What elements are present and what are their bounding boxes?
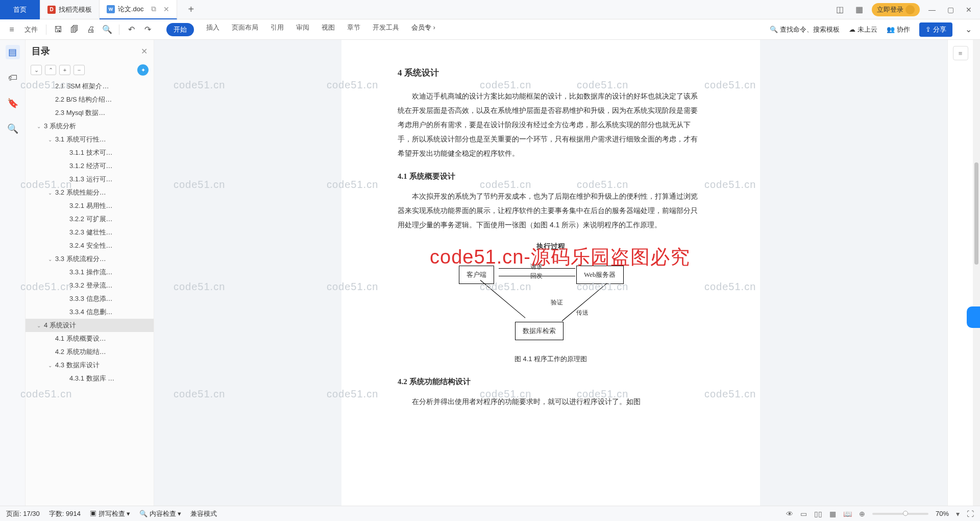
save-icon[interactable]: 🖫 bbox=[52, 23, 65, 36]
spell-check[interactable]: ▣ 拼写检查 ▾ bbox=[90, 509, 130, 518]
feedback-tab[interactable] bbox=[967, 306, 980, 328]
toc-item[interactable]: 3.3.4 信息删… bbox=[26, 305, 154, 319]
page-indicator[interactable]: 页面: 17/30 bbox=[6, 509, 40, 518]
paragraph: 本次拟开发的系统为了节约开发成本，也为了后期在维护和升级上的便利性，打算通过浏览… bbox=[398, 189, 704, 232]
zoom-slider[interactable] bbox=[872, 513, 928, 515]
close-sidebar-icon[interactable]: ✕ bbox=[141, 46, 148, 56]
add-item-icon[interactable]: + bbox=[59, 65, 70, 75]
toc-item[interactable]: 3.3.1 操作流… bbox=[26, 266, 154, 279]
collapse-all-icon[interactable]: ⌄ bbox=[31, 65, 42, 75]
file-menu[interactable]: 文件 bbox=[21, 25, 41, 34]
menu-dev[interactable]: 开发工具 bbox=[373, 23, 399, 36]
page-content: 4 系统设计 欢迪迈手机商城的设计方案比如功能框架的设计，比如数据库的设计的好坏… bbox=[341, 40, 760, 506]
menu-chapter[interactable]: 章节 bbox=[347, 23, 360, 36]
print-icon[interactable]: 🖨 bbox=[84, 23, 97, 36]
new-tab[interactable]: + bbox=[177, 0, 206, 19]
view-mode-icon[interactable]: 👁 bbox=[786, 510, 793, 518]
view-read-icon[interactable]: 📖 bbox=[843, 510, 852, 518]
redo-icon[interactable]: ↷ bbox=[141, 23, 154, 36]
share-button[interactable]: ⇪分享 bbox=[919, 22, 952, 37]
menu-layout[interactable]: 页面布局 bbox=[232, 23, 258, 36]
toc-item[interactable]: ⌄4 系统设计 bbox=[26, 319, 154, 332]
menu-member[interactable]: 会员专 › bbox=[411, 23, 435, 36]
zoom-knob[interactable] bbox=[903, 511, 908, 516]
zoom-dropdown-icon[interactable]: ▾ bbox=[956, 510, 960, 518]
tag-tab-icon[interactable]: 🏷 bbox=[6, 70, 20, 85]
toc-item[interactable]: 4.1 系统概要设… bbox=[26, 332, 154, 345]
duplicate-tab-icon[interactable]: ⧉ bbox=[151, 5, 156, 13]
vertical-tabs: ▤ 🏷 🔖 🔍 bbox=[0, 40, 26, 506]
toc-item[interactable]: ⌄3.2 系统性能分… bbox=[26, 186, 154, 199]
tab-home[interactable]: 首页 bbox=[0, 0, 40, 19]
save-as-icon[interactable]: 🗐 bbox=[68, 23, 81, 36]
toc-item[interactable]: 3.2.3 健壮性… bbox=[26, 226, 154, 239]
toc-item[interactable]: 2.1 SSM 框架介… bbox=[26, 80, 154, 93]
word-icon: W bbox=[107, 5, 115, 13]
toc-item[interactable]: 3.3.3 信息添… bbox=[26, 292, 154, 305]
search-icon: 🔍 bbox=[770, 26, 778, 33]
toc-item[interactable]: 3.3.2 登录流… bbox=[26, 279, 154, 292]
cloud-status[interactable]: ☁未上云 bbox=[849, 25, 877, 34]
view-single-icon[interactable]: ▭ bbox=[800, 510, 807, 518]
tab-template[interactable]: D 找稻壳模板 bbox=[40, 0, 100, 19]
toc-item[interactable]: 3.2.2 可扩展… bbox=[26, 212, 154, 226]
word-count[interactable]: 字数: 9914 bbox=[49, 509, 81, 518]
toc-item[interactable]: 2.3 Mysql 数据… bbox=[26, 106, 154, 120]
diagram-box-db: 数据库检索 bbox=[515, 322, 564, 340]
maximize-icon[interactable]: ▢ bbox=[944, 6, 957, 14]
diagram-box-server: Web服务器 bbox=[576, 266, 624, 284]
tab-document[interactable]: W 论文.doc ⧉ ✕ bbox=[100, 0, 177, 19]
menu-insert[interactable]: 插入 bbox=[206, 23, 219, 36]
preview-icon[interactable]: 🔍 bbox=[101, 23, 114, 36]
minimize-icon[interactable]: — bbox=[926, 6, 938, 14]
toc-item[interactable]: ⌄3.1 系统可行性… bbox=[26, 133, 154, 146]
toc-item[interactable]: 3.1.3 运行可… bbox=[26, 173, 154, 186]
toc-item[interactable]: 3.1.1 技术可… bbox=[26, 146, 154, 159]
toc-item[interactable]: 3.2.4 安全性… bbox=[26, 239, 154, 252]
search-tab-icon[interactable]: 🔍 bbox=[6, 122, 20, 136]
vertical-scrollbar[interactable] bbox=[973, 40, 980, 506]
menu-review[interactable]: 审阅 bbox=[296, 23, 309, 36]
toc-item[interactable]: 3.1.2 经济可… bbox=[26, 159, 154, 173]
menu-icon[interactable]: ≡ bbox=[5, 23, 18, 36]
menu-start[interactable]: 开始 bbox=[166, 23, 194, 36]
right-panel: ≡ bbox=[947, 40, 973, 506]
undo-icon[interactable]: ↶ bbox=[125, 23, 138, 36]
assistant-icon[interactable]: ✦ bbox=[137, 64, 149, 76]
expand-all-icon[interactable]: ⌃ bbox=[45, 65, 56, 75]
toc-item[interactable]: 2.2 B/S 结构介绍… bbox=[26, 93, 154, 106]
close-window-icon[interactable]: ✕ bbox=[963, 6, 975, 14]
toc-item[interactable]: 4.2 系统功能结… bbox=[26, 345, 154, 359]
coop-button[interactable]: 👥协作 bbox=[887, 25, 910, 34]
toc-item[interactable]: ⌄4.3 数据库设计 bbox=[26, 359, 154, 372]
outline-tab-icon[interactable]: ▤ bbox=[6, 45, 20, 59]
toc-item[interactable]: 4.3.1 数据库 … bbox=[26, 372, 154, 385]
login-button[interactable]: 立即登录 bbox=[872, 3, 920, 16]
bookmark-tab-icon[interactable]: 🔖 bbox=[6, 96, 20, 110]
panel-toggle-icon[interactable]: ≡ bbox=[953, 46, 968, 60]
view-web-icon[interactable]: ▦ bbox=[829, 510, 836, 518]
content-check[interactable]: 🔍 内容检查 ▾ bbox=[139, 509, 181, 518]
fullscreen-icon[interactable]: ⛶ bbox=[967, 510, 974, 518]
toc-item[interactable]: 3.2.1 易用性… bbox=[26, 199, 154, 212]
paragraph: 在分析并得出使用者对程序的功能要求时，就可以进行程序设计了。如图 bbox=[398, 394, 704, 409]
chevron-down-icon[interactable]: ⌄ bbox=[962, 23, 975, 36]
scrollbar-thumb[interactable] bbox=[974, 162, 978, 265]
close-tab-icon[interactable]: ✕ bbox=[163, 5, 169, 13]
toc-item[interactable]: ⌄3 系统分析 bbox=[26, 120, 154, 133]
apps-icon[interactable]: ▦ bbox=[852, 3, 866, 16]
toc-item[interactable]: ⌄3.3 系统流程分… bbox=[26, 252, 154, 266]
diagram-label: 回发 bbox=[530, 270, 543, 282]
remove-item-icon[interactable]: − bbox=[74, 65, 85, 75]
view-pages-icon[interactable]: ▯▯ bbox=[814, 510, 822, 518]
menu-bar: 开始 插入 页面布局 引用 审阅 视图 章节 开发工具 会员专 › bbox=[166, 23, 435, 36]
layout-icon[interactable]: ◫ bbox=[833, 3, 846, 16]
search-box[interactable]: 🔍查找命令、搜索模板 bbox=[770, 25, 840, 34]
diagram-title: 执行过程 bbox=[398, 239, 704, 253]
zoom-value[interactable]: 70% bbox=[936, 510, 949, 517]
menu-reference[interactable]: 引用 bbox=[271, 23, 284, 36]
zoom-reset-icon[interactable]: ⊕ bbox=[859, 510, 865, 518]
diagram-box-client: 客户端 bbox=[459, 266, 494, 284]
heading-4-1: 4.1 系统概要设计 bbox=[398, 169, 704, 184]
menu-view[interactable]: 视图 bbox=[322, 23, 335, 36]
